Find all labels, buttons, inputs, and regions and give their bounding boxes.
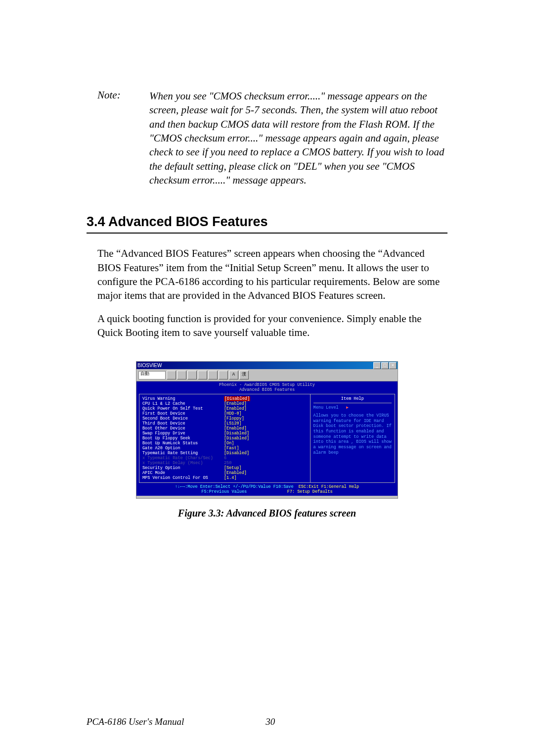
bios-header-line1: Phoenix - AwardBIOS CMOS Setup Utility [136,382,398,387]
bios-main: Virus Warning[Disabled]CPU L1 & L2 Cache… [139,394,395,483]
bios-setting-row[interactable]: Boot Other Device[Enabled] [142,426,307,431]
bios-setting-key: First Boot Device [142,411,224,416]
footer-keys-line2b: F7: Setup Defaults [287,489,333,494]
bios-setting-value: [LS120] [224,421,242,426]
bios-setting-key: APIC Mode [142,471,224,475]
body-paragraph-2: A quick booting function is provided for… [97,312,447,340]
bios-setting-row[interactable]: Boot Up Floppy Seek[Disabled] [142,436,307,441]
bios-setting-key: Second Boot Device [142,416,224,421]
menu-level-arrow-icon: ▶ [346,405,349,410]
toolbar-btn-3[interactable] [187,371,197,379]
bios-setting-key: Swap Floppy Drive [142,431,224,436]
page: Note: When you see "CMOS checksum error.… [0,0,534,519]
footer-keys-line2a: F5:Previous Values [201,489,247,494]
bios-setting-key: x Typematic Rate (Chars/Sec) [142,456,224,461]
help-body: Menu Level ▶ Allows you to choose the VI… [313,405,392,456]
bios-setting-value: 6 [224,456,226,461]
bios-setting-key: x Typematic Delay (Msec) [142,461,224,466]
close-icon[interactable]: × [389,362,397,369]
help-text: Allows you to choose the VIRUS warning f… [313,413,392,455]
help-title: Item Help [313,396,392,403]
bios-setting-key: Quick Power On Self Test [142,406,224,411]
maximize-icon[interactable]: □ [381,362,389,369]
bios-setting-value: [Floppy] [224,416,244,421]
bios-setting-value: [Disabled] [224,451,249,456]
bios-setting-row[interactable]: Security Option[Setup] [142,466,307,471]
bios-setting-row[interactable]: CPU L1 & L2 Cache[Enabled] [142,401,307,406]
bios-window: BIOSVIEW _ □ × 自動 A 漢 Pho [136,361,398,498]
bios-setting-value: [Setup] [224,466,242,471]
bios-setting-row[interactable]: Swap Floppy Drive[Disabled] [142,431,307,436]
bios-header-line2: Advanced BIOS Features [136,387,398,392]
bios-setting-key: Third Boot Device [142,421,224,426]
section-heading: 3.4 Advanced BIOS Features [87,214,447,230]
bios-setting-value: [Enabled] [224,401,247,406]
bios-setting-value: [Disabled] [224,396,250,401]
bios-screenshot-figure: BIOSVIEW _ □ × 自動 A 漢 Pho [136,361,398,519]
bios-footer: ↑↓←→:Move Enter:Select +/-/PU/PD:Value F… [139,484,395,496]
page-footer: PCA-6186 User's Manual 30 [87,716,447,727]
window-titlebar: BIOSVIEW _ □ × [136,362,398,369]
bios-setting-key: Boot Up NumLock Status [142,441,224,446]
bios-setting-key: Typematic Rate Setting [142,451,224,456]
bios-setting-row[interactable]: APIC Mode[Enabled] [142,471,307,475]
footer-keys-line1a: ↑↓←→:Move Enter:Select +/-/PU/PD:Value F… [175,484,294,489]
minimize-icon[interactable]: _ [373,362,381,369]
toolbar-btn-a[interactable]: A [229,371,238,379]
bios-setting-value: [Enabled] [224,426,247,431]
bios-setting-row[interactable]: Third Boot Device[LS120] [142,421,307,426]
bios-setting-row[interactable]: Quick Power On Self Test[Enabled] [142,406,307,411]
bios-setting-key: Boot Up Floppy Seek [142,436,224,441]
bios-setting-row[interactable]: x Typematic Rate (Chars/Sec)6 [142,456,307,461]
window-title: BIOSVIEW [137,363,162,369]
footer-page-number: 30 [266,716,275,727]
toolbar-btn-6[interactable] [219,371,228,379]
footer-keys-line1b: ESC:Exit F1:General Help [299,484,359,489]
bios-setting-row[interactable]: First Boot Device[HDD-0] [142,411,307,416]
bios-setting-key: CPU L1 & L2 Cache [142,401,224,406]
footer-manual-title: PCA-6186 User's Manual [87,716,184,727]
bios-setting-value: [Fast] [224,446,239,451]
bios-setting-key: Gate A20 Option [142,446,224,451]
bios-header: Phoenix - AwardBIOS CMOS Setup Utility A… [136,381,398,393]
bios-blue-area: Phoenix - AwardBIOS CMOS Setup Utility A… [136,381,398,495]
bios-setting-key: Boot Other Device [142,426,224,431]
section-rule [87,233,447,234]
bios-setting-value: [1.4] [224,475,237,480]
note-block: Note: When you see "CMOS checksum error.… [97,89,447,187]
bios-setting-row[interactable]: MPS Version Control For OS[1.4] [142,475,307,480]
bios-setting-value: [Enabled] [224,471,247,475]
bios-setting-value: 250 [224,461,231,466]
zoom-select[interactable]: 自動 [138,371,166,379]
toolbar-btn-4[interactable] [198,371,207,379]
toolbar-btn-kan[interactable]: 漢 [239,371,249,379]
bios-setting-value: [Disabled] [224,436,249,441]
bios-setting-value: [HDD-0] [224,411,242,416]
bios-settings-pane: Virus Warning[Disabled]CPU L1 & L2 Cache… [139,394,311,483]
toolbar-btn-1[interactable] [167,371,176,379]
bios-setting-row[interactable]: Gate A20 Option[Fast] [142,446,307,451]
bios-setting-key: Virus Warning [142,396,224,401]
figure-caption: Figure 3.3: Advanced BIOS features scree… [136,508,398,519]
bios-setting-row[interactable]: Virus Warning[Disabled] [142,396,307,401]
bios-setting-row[interactable]: Boot Up NumLock Status[On] [142,441,307,446]
note-label: Note: [97,89,149,187]
bios-setting-row[interactable]: x Typematic Delay (Msec)250 [142,461,307,466]
toolbar-btn-5[interactable] [208,371,218,379]
bios-setting-row[interactable]: Second Boot Device[Floppy] [142,416,307,421]
window-buttons: _ □ × [373,362,397,369]
bios-setting-key: Security Option [142,466,224,471]
bios-setting-key: MPS Version Control For OS [142,475,224,480]
bios-setting-value: [On] [224,441,234,446]
bios-setting-value: [Enabled] [224,406,247,411]
menu-level-label: Menu Level [313,405,339,410]
body-paragraph-1: The “Advanced BIOS Features” screen appe… [97,246,447,302]
toolbar: 自動 A 漢 [136,369,398,381]
toolbar-btn-2[interactable] [177,371,186,379]
bios-help-pane: Item Help Menu Level ▶ Allows you to cho… [311,394,395,483]
note-text: When you see "CMOS checksum error....." … [149,89,447,187]
bios-setting-value: [Disabled] [224,431,249,436]
bios-setting-row[interactable]: Typematic Rate Setting[Disabled] [142,451,307,456]
